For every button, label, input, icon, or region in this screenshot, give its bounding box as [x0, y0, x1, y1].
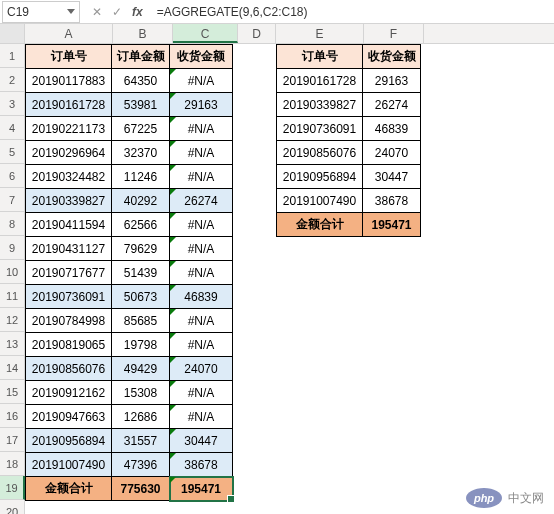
cell[interactable]: 20190912162: [26, 381, 112, 405]
cell[interactable]: 53981: [112, 93, 170, 117]
side-sum-label[interactable]: 金额合计: [277, 213, 363, 237]
cell[interactable]: 19798: [112, 333, 170, 357]
row-header-11[interactable]: 11: [0, 284, 25, 308]
row-header-2[interactable]: 2: [0, 68, 25, 92]
cell[interactable]: #N/A: [170, 381, 233, 405]
row-header-6[interactable]: 6: [0, 164, 25, 188]
cell[interactable]: 32370: [112, 141, 170, 165]
cell[interactable]: 79629: [112, 237, 170, 261]
cell[interactable]: 11246: [112, 165, 170, 189]
cell[interactable]: 20190956894: [26, 429, 112, 453]
cell[interactable]: 20190431127: [26, 237, 112, 261]
cell[interactable]: 20190161728: [277, 69, 363, 93]
row-header-10[interactable]: 10: [0, 260, 25, 284]
cell[interactable]: 20190717677: [26, 261, 112, 285]
row-header-20[interactable]: 20: [0, 500, 25, 514]
cell[interactable]: 46839: [170, 285, 233, 309]
row-header-15[interactable]: 15: [0, 380, 25, 404]
cancel-icon[interactable]: ✕: [92, 5, 102, 19]
cell[interactable]: 31557: [112, 429, 170, 453]
col-header-E[interactable]: E: [276, 24, 364, 43]
cell[interactable]: 67225: [112, 117, 170, 141]
cell[interactable]: #N/A: [170, 117, 233, 141]
cell[interactable]: 20190856076: [277, 141, 363, 165]
cell[interactable]: #N/A: [170, 405, 233, 429]
cell[interactable]: 12686: [112, 405, 170, 429]
main-table[interactable]: 订单号订单金额收货金额2019011788364350#N/A201901617…: [25, 44, 233, 501]
cell[interactable]: #N/A: [170, 237, 233, 261]
cell[interactable]: 30447: [170, 429, 233, 453]
cell[interactable]: 38678: [363, 189, 421, 213]
cell[interactable]: #N/A: [170, 213, 233, 237]
row-header-12[interactable]: 12: [0, 308, 25, 332]
cell[interactable]: 38678: [170, 453, 233, 477]
cell[interactable]: 85685: [112, 309, 170, 333]
cell[interactable]: #N/A: [170, 261, 233, 285]
cell[interactable]: 62566: [112, 213, 170, 237]
side-header-cell[interactable]: 收货金额: [363, 45, 421, 69]
cell[interactable]: 20190339827: [277, 93, 363, 117]
cell[interactable]: 26274: [363, 93, 421, 117]
cell[interactable]: 40292: [112, 189, 170, 213]
row-header-1[interactable]: 1: [0, 44, 25, 68]
row-header-17[interactable]: 17: [0, 428, 25, 452]
row-header-13[interactable]: 13: [0, 332, 25, 356]
cell[interactable]: 30447: [363, 165, 421, 189]
cell[interactable]: 20190956894: [277, 165, 363, 189]
active-cell[interactable]: 195471: [170, 477, 233, 501]
row-header-19[interactable]: 19: [0, 476, 25, 500]
row-header-18[interactable]: 18: [0, 452, 25, 476]
cell[interactable]: 20190161728: [26, 93, 112, 117]
row-header-8[interactable]: 8: [0, 212, 25, 236]
col-header-F[interactable]: F: [364, 24, 424, 43]
main-header-cell[interactable]: 收货金额: [170, 45, 233, 69]
cell[interactable]: #N/A: [170, 141, 233, 165]
side-header-cell[interactable]: 订单号: [277, 45, 363, 69]
sum-label[interactable]: 金额合计: [26, 477, 112, 501]
side-table[interactable]: 订单号收货金额201901617282916320190339827262742…: [276, 44, 421, 237]
cell[interactable]: 20190117883: [26, 69, 112, 93]
cell[interactable]: 20190736091: [26, 285, 112, 309]
main-header-cell[interactable]: 订单金额: [112, 45, 170, 69]
cell[interactable]: 51439: [112, 261, 170, 285]
cell[interactable]: 29163: [363, 69, 421, 93]
name-box[interactable]: C19: [2, 1, 80, 23]
row-header-5[interactable]: 5: [0, 140, 25, 164]
row-header-4[interactable]: 4: [0, 116, 25, 140]
cell[interactable]: 20191007490: [277, 189, 363, 213]
cell[interactable]: 20190221173: [26, 117, 112, 141]
row-header-3[interactable]: 3: [0, 92, 25, 116]
select-all-corner[interactable]: [0, 24, 25, 43]
cell[interactable]: 20190819065: [26, 333, 112, 357]
row-header-9[interactable]: 9: [0, 236, 25, 260]
cell[interactable]: 49429: [112, 357, 170, 381]
cell[interactable]: #N/A: [170, 333, 233, 357]
side-sum-value[interactable]: 195471: [363, 213, 421, 237]
fx-icon[interactable]: fx: [132, 5, 143, 19]
cell[interactable]: 46839: [363, 117, 421, 141]
cell[interactable]: #N/A: [170, 309, 233, 333]
cell[interactable]: 15308: [112, 381, 170, 405]
cell[interactable]: 24070: [170, 357, 233, 381]
cell[interactable]: #N/A: [170, 165, 233, 189]
col-header-A[interactable]: A: [25, 24, 113, 43]
cell[interactable]: 26274: [170, 189, 233, 213]
cell[interactable]: #N/A: [170, 69, 233, 93]
col-header-D[interactable]: D: [238, 24, 276, 43]
cell[interactable]: 20190856076: [26, 357, 112, 381]
cell[interactable]: 64350: [112, 69, 170, 93]
col-header-B[interactable]: B: [113, 24, 173, 43]
chevron-down-icon[interactable]: [67, 9, 75, 14]
cell[interactable]: 47396: [112, 453, 170, 477]
cell[interactable]: 20190411594: [26, 213, 112, 237]
sum-b[interactable]: 775630: [112, 477, 170, 501]
formula-input[interactable]: =AGGREGATE(9,6,C2:C18): [151, 1, 554, 23]
cell[interactable]: 20191007490: [26, 453, 112, 477]
row-header-14[interactable]: 14: [0, 356, 25, 380]
confirm-icon[interactable]: ✓: [112, 5, 122, 19]
cell[interactable]: 29163: [170, 93, 233, 117]
cell[interactable]: 50673: [112, 285, 170, 309]
cell[interactable]: 20190947663: [26, 405, 112, 429]
main-header-cell[interactable]: 订单号: [26, 45, 112, 69]
col-header-C[interactable]: C: [173, 24, 238, 43]
